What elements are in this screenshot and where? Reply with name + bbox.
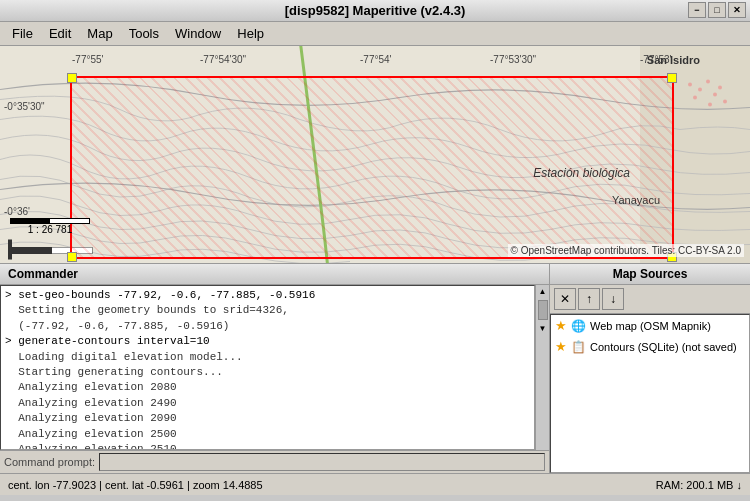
menu-window[interactable]: Window [167,24,229,43]
mapsource-star-icon: ★ [555,318,567,333]
handle-bottom-left[interactable] [67,252,77,262]
window-title: [disp9582] Maperitive (v2.4.3) [285,3,466,18]
menu-bar: File Edit Map Tools Window Help [0,22,750,46]
scale-bar: 1 : 26 781 [10,218,90,235]
commander-scrollbar[interactable]: ▲ ▼ [535,285,549,450]
svg-point-6 [713,93,717,97]
mapsource-item-contours[interactable]: ★ 📋 Contours (SQLite) (not saved) [551,336,749,357]
command-prompt-area: Command prompt: [0,450,549,473]
svg-rect-10 [8,240,12,260]
main-content: -77°55' -77°54'30" -77°54' -77°53'30" -7… [0,46,750,495]
command-input[interactable] [99,453,545,471]
menu-map[interactable]: Map [79,24,120,43]
scroll-thumb[interactable] [538,300,548,320]
attribution: © OpenStreetMap contributors. Tiles: CC-… [508,244,744,257]
mapsource-webmap-label: Web map (OSM Mapnik) [590,320,711,332]
commander-panel: Commander > set-geo-bounds -77.92, -0.6,… [0,264,550,473]
mapsources-toolbar: ✕ ↑ ↓ [550,285,750,314]
cmd-line-0: > set-geo-bounds -77.92, -0.6, -77.885, … [5,288,530,303]
coord-top-1: -77°55' [72,54,103,65]
menu-edit[interactable]: Edit [41,24,79,43]
close-button[interactable]: ✕ [728,2,746,18]
svg-point-3 [698,88,702,92]
status-ram: RAM: 200.1 MB ↓ [656,479,742,491]
mapsources-up-button[interactable]: ↑ [578,288,600,310]
map-area[interactable]: -77°55' -77°54'30" -77°54' -77°53'30" -7… [0,46,750,263]
status-coords: cent. lon -77.9023 | cent. lat -0.5961 |… [8,479,263,491]
scroll-up-button[interactable]: ▲ [537,285,549,298]
mapsources-header: Map Sources [550,264,750,285]
scale-text: 1 : 26 781 [10,224,90,235]
cmd-line-6: Analyzing elevation 2080 [5,380,530,395]
mapsources-delete-button[interactable]: ✕ [554,288,576,310]
coord-top-4: -77°53'30" [490,54,536,65]
map-canvas: -77°55' -77°54'30" -77°54' -77°53'30" -7… [0,46,750,263]
mapsource-contours-star-icon: ★ [555,339,567,354]
coord-top-2: -77°54'30" [200,54,246,65]
coord-left-1: -0°35'30" [4,101,45,112]
menu-tools[interactable]: Tools [121,24,167,43]
mapsources-panel: Map Sources ✕ ↑ ↓ ★ 🌐 Web map (OSM Mapni… [550,264,750,473]
svg-point-7 [718,86,722,90]
svg-point-4 [693,96,697,100]
title-bar: [disp9582] Maperitive (v2.4.3) − □ ✕ [0,0,750,22]
scroll-down-button[interactable]: ▼ [537,322,549,335]
svg-point-5 [706,80,710,84]
cmd-line-8: Analyzing elevation 2090 [5,411,530,426]
svg-point-9 [723,100,727,104]
mapsource-globe-icon: 🌐 [571,319,586,333]
maximize-button[interactable]: □ [708,2,726,18]
cmd-line-7: Analyzing elevation 2490 [5,396,530,411]
handle-top-left[interactable] [67,73,77,83]
svg-point-2 [688,83,692,87]
cmd-line-9: Analyzing elevation 2500 [5,427,530,442]
status-bar: cent. lon -77.9023 | cent. lat -0.5961 |… [0,473,750,495]
cmd-line-3: > generate-contours interval=10 [5,334,530,349]
menu-help[interactable]: Help [229,24,272,43]
cmd-line-2: (-77.92, -0.6, -77.885, -0.5916) [5,319,530,334]
cmd-line-5: Starting generating contours... [5,365,530,380]
mapsources-list[interactable]: ★ 🌐 Web map (OSM Mapnik) ★ 📋 Contours (S… [550,314,750,473]
minimize-button[interactable]: − [688,2,706,18]
handle-top-right[interactable] [667,73,677,83]
mapsource-contours-label: Contours (SQLite) (not saved) [590,341,737,353]
coord-left-2: -0°36' [4,206,30,217]
mapsources-down-button[interactable]: ↓ [602,288,624,310]
cmd-line-1: Setting the geometry bounds to srid=4326… [5,303,530,318]
bottom-panels: Commander > set-geo-bounds -77.92, -0.6,… [0,263,750,473]
mapsource-item-webmap[interactable]: ★ 🌐 Web map (OSM Mapnik) [551,315,749,336]
san-isidro-label: San Isidro [647,54,700,66]
selection-rectangle [70,76,674,259]
commander-header: Commander [0,264,549,285]
mapsource-contours-icon: 📋 [571,340,586,354]
menu-file[interactable]: File [4,24,41,43]
svg-point-8 [708,103,712,107]
coord-top-3: -77°54' [360,54,391,65]
commander-output[interactable]: > set-geo-bounds -77.92, -0.6, -77.885, … [0,285,535,450]
commander-inner: > set-geo-bounds -77.92, -0.6, -77.885, … [0,285,549,450]
command-prompt-label: Command prompt: [4,456,95,468]
cmd-line-4: Loading digital elevation model... [5,350,530,365]
cmd-line-10: Analyzing elevation 2510 [5,442,530,450]
svg-rect-12 [12,248,52,254]
title-bar-buttons[interactable]: − □ ✕ [688,2,746,18]
